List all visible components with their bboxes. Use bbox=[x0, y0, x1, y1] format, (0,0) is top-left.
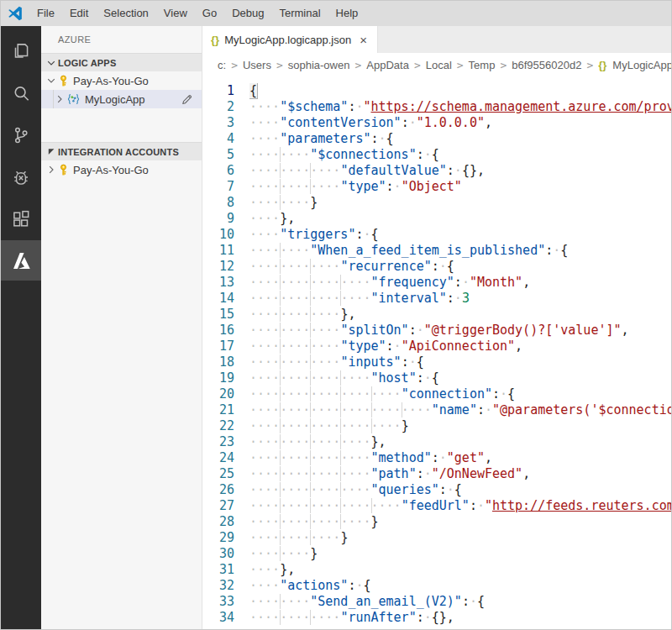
code-line-22[interactable]: ····················} bbox=[249, 418, 671, 434]
line-number: 18 bbox=[202, 354, 234, 370]
tree-item-pay-as-you-go[interactable]: Pay-As-You-Go bbox=[41, 160, 202, 179]
tree-item-pay-as-you-go[interactable]: Pay-As-You-Go bbox=[41, 71, 202, 90]
code-line-11[interactable]: ········"When_a_feed_item_is_published":… bbox=[249, 243, 671, 259]
line-number: 19 bbox=[202, 370, 234, 386]
code-line-8[interactable]: ········} bbox=[249, 195, 671, 211]
code-line-23[interactable]: ················}, bbox=[249, 434, 671, 450]
chevron-down-icon[interactable] bbox=[45, 74, 58, 87]
code-line-4[interactable]: ····"parameters":·{ bbox=[249, 131, 671, 147]
line-number: 22 bbox=[202, 418, 234, 434]
tab-label: MyLogicApp.logicapp.json bbox=[224, 34, 351, 46]
line-number: 15 bbox=[202, 307, 234, 323]
tree-item-mylogicapp[interactable]: MyLogicApp bbox=[41, 90, 202, 108]
section-header-integration-accounts[interactable]: INTEGRATION ACCOUNTS bbox=[41, 142, 202, 160]
line-number: 27 bbox=[202, 498, 234, 514]
code-line-24[interactable]: ················"method":·"get", bbox=[249, 450, 671, 466]
chevron-right-icon: > bbox=[583, 59, 596, 71]
line-number: 2 bbox=[202, 99, 234, 115]
code-line-9[interactable]: ····}, bbox=[249, 211, 671, 227]
code-line-3[interactable]: ····"contentVersion":·"1.0.0.0", bbox=[249, 115, 671, 131]
code-line-7[interactable]: ············"type":·"Object" bbox=[249, 179, 671, 195]
menu-help[interactable]: Help bbox=[328, 7, 366, 19]
json-file-icon: {} bbox=[211, 34, 219, 46]
activity-explorer-button[interactable] bbox=[1, 30, 41, 72]
line-number: 6 bbox=[202, 163, 234, 179]
activity-source-control-button[interactable] bbox=[1, 114, 41, 156]
code-line-19[interactable]: ················"host":·{ bbox=[249, 370, 671, 386]
code-line-5[interactable]: ········"$connections":·{ bbox=[249, 147, 671, 163]
breadcrumb-item-users[interactable]: Users bbox=[241, 59, 273, 71]
code-line-20[interactable]: ····················"connection":·{ bbox=[249, 386, 671, 402]
code-line-25[interactable]: ················"path":·"/OnNewFeed", bbox=[249, 466, 671, 482]
close-icon[interactable]: × bbox=[360, 34, 367, 46]
extensions-icon bbox=[10, 208, 32, 230]
code-line-18[interactable]: ············"inputs":·{ bbox=[249, 354, 671, 370]
breadcrumb-item-b6f9556020d2[interactable]: b6f9556020d2 bbox=[510, 59, 583, 71]
code-line-33[interactable]: ········"Send_an_email_(V2)":·{ bbox=[249, 594, 671, 610]
azure-icon bbox=[10, 249, 33, 272]
line-number: 32 bbox=[202, 578, 234, 594]
tab-mylogicapp-logicapp-json[interactable]: {} MyLogicApp.logicapp.json × bbox=[202, 26, 378, 53]
line-number: 21 bbox=[202, 402, 234, 418]
logicapp-icon bbox=[66, 93, 81, 105]
code-line-32[interactable]: ····"actions":·{ bbox=[249, 578, 671, 594]
source-control-icon bbox=[10, 124, 32, 146]
menu-bar: FileEditSelectionViewGoDebugTerminalHelp bbox=[29, 1, 365, 26]
menu-file[interactable]: File bbox=[29, 7, 62, 19]
section-header-logic-apps[interactable]: LOGIC APPS bbox=[41, 53, 202, 71]
menu-terminal[interactable]: Terminal bbox=[271, 7, 328, 19]
code-line-27[interactable]: ····················"feedUrl":·"http://f… bbox=[249, 498, 671, 514]
menu-debug[interactable]: Debug bbox=[224, 7, 271, 19]
line-number: 9 bbox=[202, 211, 234, 227]
activity-azure-button[interactable] bbox=[1, 240, 41, 281]
code-content[interactable]: {····"$schema":·"https://schema.manageme… bbox=[249, 83, 671, 629]
code-line-1[interactable]: { bbox=[249, 83, 671, 99]
json-file-icon: {} bbox=[598, 59, 606, 71]
code-line-34[interactable]: ············"runAfter":·{}, bbox=[249, 610, 671, 626]
activity-extensions-button[interactable] bbox=[1, 198, 41, 240]
chevron-down-icon bbox=[44, 56, 58, 70]
menu-edit[interactable]: Edit bbox=[62, 7, 96, 19]
code-line-21[interactable]: ························"name":·"@parame… bbox=[249, 402, 671, 418]
chevron-right-icon: > bbox=[273, 59, 286, 71]
code-line-28[interactable]: ················} bbox=[249, 514, 671, 530]
key-icon bbox=[58, 75, 69, 87]
code-line-10[interactable]: ····"triggers":·{ bbox=[249, 227, 671, 243]
line-number: 30 bbox=[202, 546, 234, 562]
chevron-right-icon[interactable] bbox=[45, 163, 58, 176]
breadcrumb-item-local[interactable]: Local bbox=[424, 59, 454, 71]
line-number: 28 bbox=[202, 514, 234, 530]
code-line-26[interactable]: ················"queries":·{ bbox=[249, 482, 671, 498]
breadcrumb-item-c[interactable]: c: bbox=[216, 59, 228, 71]
menu-selection[interactable]: Selection bbox=[96, 7, 155, 19]
code-line-14[interactable]: ················"interval":·3 bbox=[249, 291, 671, 307]
breadcrumb-item-appdata[interactable]: AppData bbox=[365, 59, 411, 71]
chevron-right-icon[interactable] bbox=[53, 92, 66, 106]
breadcrumb-item-mylogicapp[interactable]: MyLogicApp bbox=[611, 59, 671, 71]
breadcrumb-item-temp[interactable]: Temp bbox=[467, 59, 497, 71]
code-line-16[interactable]: ············"splitOn":·"@triggerBody()?[… bbox=[249, 323, 671, 339]
line-number: 1 bbox=[202, 83, 234, 99]
code-line-12[interactable]: ············"recurrence":·{ bbox=[249, 259, 671, 275]
code-line-2[interactable]: ····"$schema":·"https://schema.managemen… bbox=[249, 99, 671, 115]
menu-view[interactable]: View bbox=[156, 7, 195, 19]
menu-go[interactable]: Go bbox=[195, 7, 224, 19]
chevron-right-icon: > bbox=[228, 59, 241, 71]
code-line-17[interactable]: ············"type":·"ApiConnection", bbox=[249, 339, 671, 354]
breadcrumb-item-sophia-owen[interactable]: sophia-owen bbox=[286, 59, 352, 71]
line-number: 12 bbox=[202, 259, 234, 275]
code-line-30[interactable]: ········} bbox=[249, 546, 671, 562]
code-line-29[interactable]: ············} bbox=[249, 530, 671, 546]
activity-debug-button[interactable] bbox=[1, 156, 41, 198]
activity-search-button[interactable] bbox=[1, 72, 41, 114]
code-line-15[interactable]: ············}, bbox=[249, 307, 671, 323]
line-number: 7 bbox=[202, 179, 234, 195]
code-line-31[interactable]: ····}, bbox=[249, 562, 671, 578]
code-line-13[interactable]: ················"frequency":·"Month", bbox=[249, 275, 671, 291]
code-line-6[interactable]: ············"defaultValue":·{}, bbox=[249, 163, 671, 179]
line-number: 4 bbox=[202, 131, 234, 147]
code-editor[interactable]: 1234567891011121314151617181920212223242… bbox=[202, 76, 671, 629]
edit-icon[interactable] bbox=[181, 93, 193, 106]
line-number-gutter: 1234567891011121314151617181920212223242… bbox=[202, 83, 249, 629]
vscode-logo-icon bbox=[1, 5, 29, 22]
